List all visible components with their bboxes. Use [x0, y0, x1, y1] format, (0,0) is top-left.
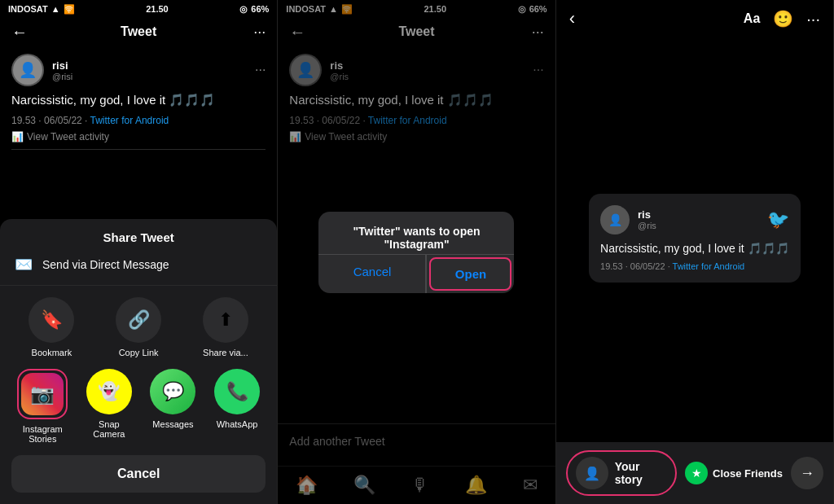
nav-title-1: Tweet — [121, 24, 156, 39]
messages-icon: 💬 — [150, 369, 195, 414]
alert-dialog: "Twitter" wants to open"Instagram" Cance… — [318, 212, 514, 293]
ig-text-style-button[interactable]: Aa — [744, 11, 760, 26]
more-button-1[interactable]: ··· — [253, 24, 266, 41]
bookmark-label: Bookmark — [32, 348, 72, 357]
messages-label: Messages — [152, 419, 193, 429]
ig-back-icon[interactable]: ‹ — [569, 8, 575, 29]
share-via-label: Share via... — [203, 348, 248, 357]
copy-link-icon: 🔗 — [128, 309, 150, 331]
alert-overlay: "Twitter" wants to open"Instagram" Cance… — [278, 0, 555, 504]
snapchat-label: SnapCamera — [93, 419, 125, 439]
ig-user-info: ris @ris — [638, 208, 656, 230]
tweet-more-1[interactable]: ··· — [255, 63, 266, 77]
tweet-text-1: Narcissistic, my god, I love it 🎵🎵🎵 — [11, 91, 266, 108]
ig-content-area: 👤 ris @ris 🐦 Narcissistic, my god, I lov… — [556, 37, 833, 504]
activity-icon-1: 📊 — [11, 131, 24, 142]
alert-cancel-button[interactable]: Cancel — [318, 255, 426, 293]
ig-more-icon[interactable]: ··· — [806, 10, 820, 28]
share-icons-row-1: 🔖 Bookmark 🔗 Copy Link ⬆ Share via... — [0, 297, 277, 357]
snapchat-item[interactable]: 👻 SnapCamera — [86, 369, 132, 444]
bookmark-item[interactable]: 🔖 Bookmark — [29, 297, 74, 357]
whatsapp-label: WhatsApp — [217, 419, 258, 429]
ig-avatar-icon: 👤 — [608, 213, 622, 226]
ig-tweet-meta: 19.53 · 06/05/22 · Twitter for Android — [600, 261, 789, 271]
avatar-1: 👤 — [11, 54, 44, 86]
share-dm-label: Send via Direct Message — [42, 258, 169, 271]
back-button-1[interactable]: ← — [11, 23, 28, 42]
instagram-label: InstagramStories — [23, 424, 63, 444]
close-friends-label: Close Friends — [713, 467, 783, 480]
whatsapp-item[interactable]: 📞 WhatsApp — [214, 369, 260, 444]
share-via-circle: ⬆ — [203, 297, 248, 343]
ig-header-right: Aa 🙂 ··· — [744, 9, 820, 28]
instagram-symbol: 📷 — [30, 383, 55, 405]
user-info-1: risi @risi — [52, 59, 72, 81]
story-send-button[interactable]: → — [791, 457, 823, 489]
close-friends-star-icon: ★ — [685, 462, 708, 484]
story-avatar: 👤 — [576, 457, 608, 489]
instagram-highlight-border: 📷 — [17, 369, 68, 419]
battery-1: 66% — [251, 4, 269, 14]
share-via-item[interactable]: ⬆ Share via... — [203, 297, 248, 357]
share-sheet-title: Share Tweet — [0, 230, 277, 244]
share-sheet: Share Tweet ✉️ Send via Direct Message 🔖… — [0, 219, 277, 504]
ig-username: ris — [638, 208, 656, 221]
status-bar-1: INDOSAT ▲ 🛜 21.50 ◎ 66% — [0, 0, 277, 18]
ig-tweet-header: 👤 ris @ris 🐦 — [600, 205, 789, 234]
tweet-username-1: risi — [52, 59, 72, 72]
tweet-user-row-1: 👤 risi @risi ··· — [11, 54, 266, 86]
tweet-meta-1: 19.53 · 06/05/22 · Twitter for Android — [11, 115, 266, 126]
avatar-icon-1: 👤 — [19, 61, 37, 79]
your-story-bar: 👤 Your story ★ Close Friends → — [556, 442, 833, 504]
envelope-icon: ✉️ — [15, 256, 33, 274]
location-icon-1: ◎ — [239, 4, 248, 15]
status-left-1: INDOSAT ▲ 🛜 — [8, 4, 75, 15]
copy-link-circle: 🔗 — [116, 297, 161, 343]
share-via-icon: ⬆ — [218, 309, 233, 331]
whatsapp-icon: 📞 — [214, 369, 260, 414]
ig-handle: @ris — [638, 221, 656, 230]
messages-item[interactable]: 💬 Messages — [150, 369, 195, 444]
ig-header: ‹ Aa 🙂 ··· — [556, 0, 833, 37]
ig-tweet-avatar: 👤 — [600, 205, 630, 234]
share-icons-row-2: 📷 InstagramStories 👻 SnapCamera 💬 Messag… — [0, 369, 277, 444]
signal-icon-1: ▲ — [51, 4, 60, 14]
your-story-label[interactable]: Your story — [615, 460, 667, 486]
wifi-icon-1: 🛜 — [64, 4, 75, 15]
cancel-button[interactable]: Cancel — [11, 455, 266, 493]
alert-open-button[interactable]: Open — [429, 257, 511, 291]
close-friends-button[interactable]: ★ Close Friends — [685, 462, 783, 484]
snapchat-symbol: 👻 — [98, 381, 120, 402]
alert-title: "Twitter" wants to open"Instagram" — [318, 212, 514, 254]
share-dm-row[interactable]: ✉️ Send via Direct Message — [0, 256, 277, 286]
story-avatar-icon: 👤 — [584, 466, 600, 481]
copy-link-item[interactable]: 🔗 Copy Link — [116, 297, 161, 357]
snapchat-icon: 👻 — [86, 369, 132, 414]
ig-source-link[interactable]: Twitter for Android — [673, 261, 745, 271]
tweet-handle-1: @risi — [52, 72, 72, 81]
time-1: 21.50 — [146, 4, 169, 14]
carrier-1: INDOSAT — [8, 4, 48, 14]
tweet-source-link-1[interactable]: Twitter for Android — [90, 115, 169, 126]
ig-tweet-text: Narcissistic, my god, I love it 🎵🎵🎵 — [600, 241, 789, 257]
panel-share-tweet: INDOSAT ▲ 🛜 21.50 ◎ 66% ← Tweet ··· 👤 ri… — [0, 0, 278, 504]
bookmark-circle: 🔖 — [29, 297, 74, 343]
ig-tweet-card: 👤 ris @ris 🐦 Narcissistic, my god, I lov… — [589, 194, 801, 283]
divider-1 — [11, 149, 266, 150]
ig-emoji-icon[interactable]: 🙂 — [773, 9, 793, 28]
nav-header-1: ← Tweet ··· — [0, 18, 277, 46]
panel-instagram: ‹ Aa 🙂 ··· 👤 ris @ris 🐦 Narcissistic, my… — [556, 0, 834, 504]
panel-alert: INDOSAT ▲ 🛜 21.50 ◎ 66% ← Tweet ··· 👤 ri… — [278, 0, 555, 504]
whatsapp-symbol: 📞 — [226, 381, 248, 402]
avatar-inner-1: 👤 — [13, 55, 42, 85]
your-story-highlight: 👤 Your story — [566, 450, 677, 496]
tweet-activity-1[interactable]: 📊 View Tweet activity — [11, 131, 266, 142]
ig-twitter-bird-icon: 🐦 — [767, 209, 789, 230]
status-right-1: ◎ 66% — [239, 4, 269, 15]
alert-open-wrapper: Open — [426, 255, 514, 293]
instagram-stories-item[interactable]: 📷 InstagramStories — [17, 369, 68, 444]
alert-buttons: Cancel Open — [318, 255, 514, 293]
copy-link-label: Copy Link — [119, 348, 159, 357]
bookmark-icon: 🔖 — [41, 309, 63, 331]
messages-symbol: 💬 — [162, 381, 184, 402]
